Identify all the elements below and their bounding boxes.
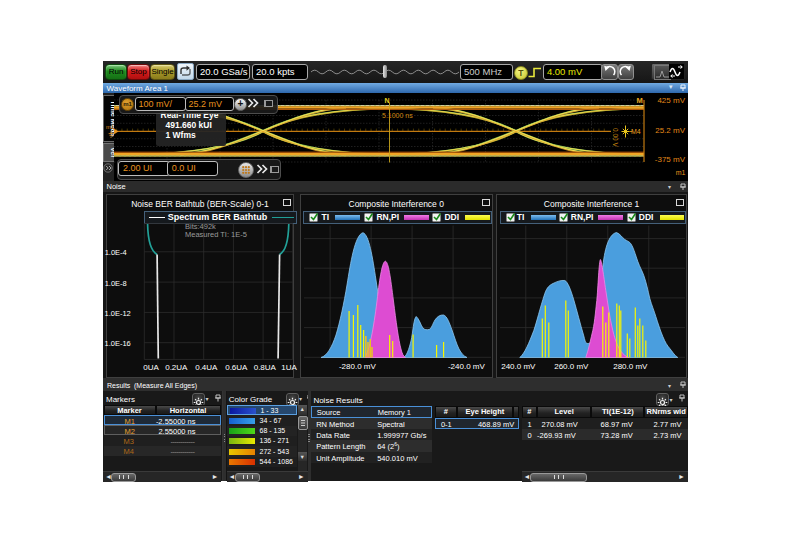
svg-text:Ver: Ver xyxy=(109,146,114,157)
